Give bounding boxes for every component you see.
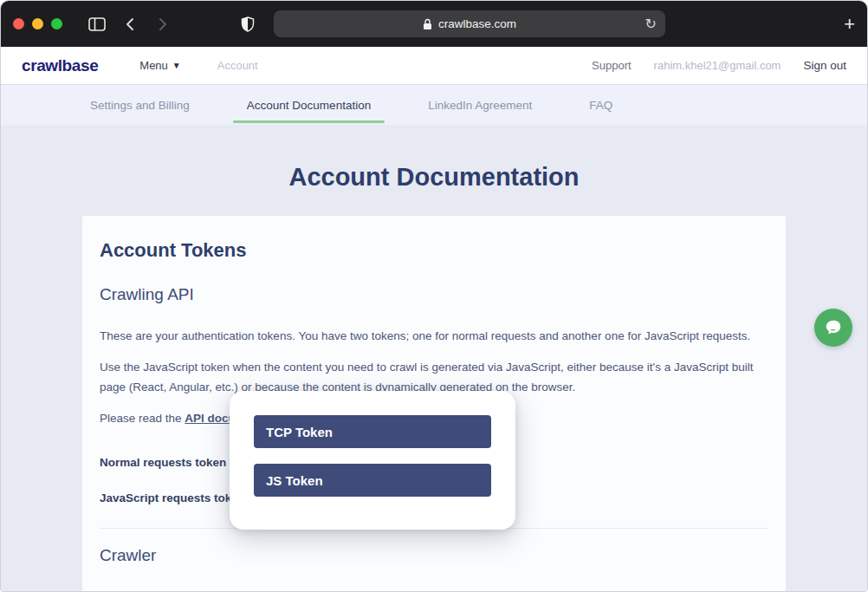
chat-launcher-button[interactable] (814, 309, 852, 347)
menu-dropdown[interactable]: Menu ▼ (139, 59, 180, 72)
main-content: Account Documentation Account Tokens Cra… (1, 125, 867, 592)
tab-faq[interactable]: FAQ (575, 85, 626, 125)
forward-button[interactable] (151, 12, 175, 36)
page-title: Account Documentation (1, 125, 867, 192)
browser-window: crawlbase.com ↻ + crawlbase Menu ▼ Accou… (0, 0, 868, 592)
user-email: rahim.khel21@gmail.com (654, 59, 781, 72)
zoom-window-button[interactable] (51, 18, 62, 29)
reload-icon[interactable]: ↻ (645, 16, 657, 32)
secondary-nav: Support rahim.khel21@gmail.com Sign out (592, 59, 846, 72)
chevron-down-icon: ▼ (172, 61, 181, 70)
js-token-button[interactable]: JS Token (254, 464, 491, 497)
privacy-shield-icon[interactable] (236, 12, 260, 36)
crawler-text: The tokens for the Crawler are the same … (100, 588, 768, 592)
token-popup: TCP Token JS Token (230, 391, 515, 530)
docs-link-prefix: Please read the (100, 412, 185, 425)
close-window-button[interactable] (13, 18, 24, 29)
account-tabs: Settings and Billing Account Documentati… (1, 85, 867, 125)
lock-icon (423, 18, 432, 30)
site-header: crawlbase Menu ▼ Account Support rahim.k… (1, 47, 867, 85)
account-tokens-heading: Account Tokens (100, 239, 768, 262)
primary-nav: Menu ▼ Account (139, 59, 257, 72)
tab-account-documentation[interactable]: Account Documentation (233, 85, 385, 125)
new-tab-button[interactable]: + (844, 15, 855, 34)
window-controls (13, 18, 62, 29)
tokens-intro-text: These are your authentication tokens. Yo… (100, 327, 768, 346)
chat-bubble-icon (823, 317, 844, 338)
back-button[interactable] (118, 12, 142, 36)
minimize-window-button[interactable] (32, 18, 43, 29)
tab-settings-and-billing[interactable]: Settings and Billing (76, 85, 204, 125)
crawlbase-logo[interactable]: crawlbase (22, 56, 98, 75)
support-link[interactable]: Support (592, 59, 632, 72)
nav-account-link[interactable]: Account (217, 59, 258, 72)
crawling-api-heading: Crawling API (100, 285, 768, 304)
tcp-token-button[interactable]: TCP Token (254, 415, 491, 448)
sign-out-button[interactable]: Sign out (803, 59, 846, 72)
crawler-heading: Crawler (100, 546, 768, 565)
sidebar-toggle-icon[interactable] (85, 12, 109, 36)
menu-label: Menu (139, 59, 168, 72)
url-text: crawlbase.com (438, 17, 516, 30)
tab-linkedin-agreement[interactable]: LinkedIn Agreement (414, 85, 546, 125)
address-bar[interactable]: crawlbase.com ↻ (274, 10, 665, 37)
browser-toolbar: crawlbase.com ↻ + (1, 1, 867, 47)
